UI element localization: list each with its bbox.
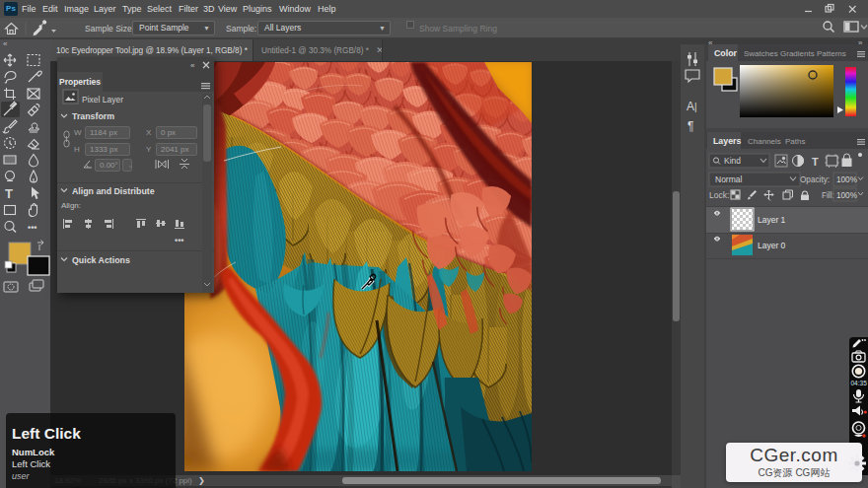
svg-text:T: T <box>812 156 819 168</box>
svg-text:•••: ••• <box>28 223 36 233</box>
svg-text:Swatches: Swatches <box>744 49 778 58</box>
svg-text:T: T <box>5 186 13 201</box>
svg-text:Channels: Channels <box>748 137 781 146</box>
svg-text:•••: ••• <box>175 236 183 245</box>
svg-text:Opacity:: Opacity: <box>800 175 830 184</box>
svg-text:Color: Color <box>714 48 738 58</box>
svg-text:Gradients: Gradients <box>780 49 815 58</box>
svg-text:«: « <box>190 61 195 70</box>
svg-text:Kind: Kind <box>724 156 741 166</box>
svg-text:Lock:: Lock: <box>709 190 729 200</box>
svg-text:Fill:: Fill: <box>822 191 834 200</box>
svg-text:Normal: Normal <box>715 174 743 184</box>
svg-text:Layer 1: Layer 1 <box>758 215 786 225</box>
svg-text:Paths: Paths <box>785 137 805 146</box>
svg-text:A|: A| <box>687 100 697 113</box>
svg-text:Layers: Layers <box>713 136 741 146</box>
svg-text:Layer 0: Layer 0 <box>758 241 786 250</box>
svg-text:¶: ¶ <box>687 119 693 133</box>
svg-text:«: « <box>3 39 8 48</box>
svg-text:100%: 100% <box>836 175 857 184</box>
svg-text:04:35: 04:35 <box>851 380 868 386</box>
svg-text:100%: 100% <box>836 191 857 200</box>
svg-text:Patterns: Patterns <box>817 49 846 58</box>
